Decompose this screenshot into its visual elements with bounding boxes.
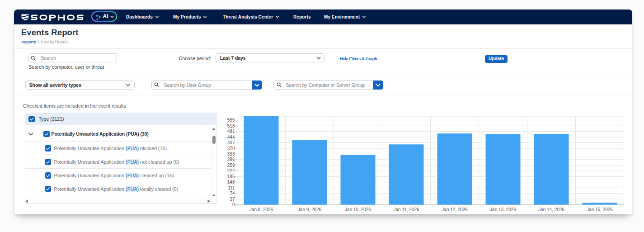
- svg-text:Jan 14, 2026: Jan 14, 2026: [538, 207, 564, 212]
- svg-text:Jan 10, 2026: Jan 10, 2026: [345, 207, 371, 212]
- svg-text:185: 185: [227, 174, 235, 179]
- svg-text:444: 444: [227, 135, 235, 140]
- svg-text:296: 296: [227, 157, 235, 162]
- svg-text:Jan 13, 2026: Jan 13, 2026: [490, 207, 516, 212]
- svg-text:Jan 15, 2026: Jan 15, 2026: [587, 207, 613, 212]
- svg-text:518: 518: [227, 123, 235, 128]
- svg-text:555: 555: [227, 118, 235, 123]
- svg-text:407: 407: [227, 140, 235, 145]
- svg-text:37: 37: [230, 197, 235, 202]
- svg-text:481: 481: [227, 129, 235, 134]
- svg-text:Jan 12, 2026: Jan 12, 2026: [442, 207, 468, 212]
- svg-text:148: 148: [227, 180, 235, 185]
- svg-text:74: 74: [230, 191, 235, 196]
- svg-text:333: 333: [227, 152, 235, 156]
- svg-text:0: 0: [232, 202, 235, 207]
- svg-text:259: 259: [227, 163, 235, 168]
- svg-text:111: 111: [228, 185, 235, 190]
- svg-text:Jan 9, 2026: Jan 9, 2026: [298, 207, 322, 212]
- svg-text:222: 222: [227, 168, 235, 173]
- svg-text:Jan 8, 2026: Jan 8, 2026: [249, 207, 273, 212]
- svg-text:370: 370: [227, 146, 235, 151]
- svg-text:Jan 11, 2026: Jan 11, 2026: [393, 207, 419, 212]
